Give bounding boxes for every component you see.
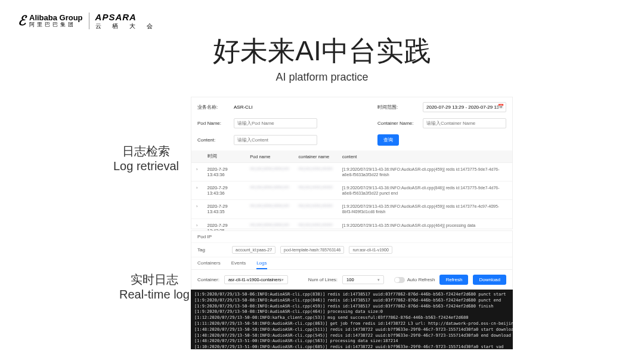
cell-content: [1:9:2020/07/29/13-43-36:INFO:AudioASR-c… <box>338 163 512 182</box>
search-button[interactable]: 查询 <box>377 134 399 146</box>
slide-title-block: 好未来AI中台实践 AI platform practice <box>0 33 644 84</box>
expand-row-icon[interactable]: › <box>191 163 203 182</box>
cell-content: [1:9:2020/07/29/13-43-36:INFO:AudioASR-c… <box>338 182 512 200</box>
time-range-label: 时间范围: <box>377 104 419 110</box>
cell-pod: ***-***-*****-*****-*** <box>245 182 293 200</box>
apsara-en: APSARA <box>95 12 157 23</box>
realtime-log-console[interactable]: [1:9:2020/07/29/13-50-06:INFO:AudioASR-c… <box>191 290 513 349</box>
console-line: [1:9:2020/07/29/13-50-06:INFO:AudioASR-c… <box>194 292 509 298</box>
expand-row-icon[interactable]: › <box>191 182 203 200</box>
chevron-down-icon: ▾ <box>281 278 284 282</box>
cell-container: ***-***-*****-****** <box>294 182 338 200</box>
logo-block: ℰ Alibaba Group 阿里巴巴集团 APSARA 云 栖 大 会 <box>18 12 157 30</box>
log-results-table: 时间 Pod name container name content ›2020… <box>191 150 512 238</box>
download-button[interactable]: Download <box>473 275 506 285</box>
autorefresh-toggle[interactable]: Auto Refresh <box>394 277 435 283</box>
col-pod: Pod name <box>245 150 293 163</box>
cell-pod: ***-***-*****-*****-*** <box>245 163 293 182</box>
pod-name-input[interactable] <box>234 118 317 128</box>
col-time: 时间 <box>203 150 246 163</box>
toggle-switch-icon <box>394 277 405 283</box>
pod-name-label: Pod Name: <box>197 121 230 126</box>
console-line: [1:11:2020/07/29/13-50-58:INFO:AudioASR-… <box>194 321 509 327</box>
log-retrieval-panel: 业务名称: ASR-CLI 时间范围: 📅 Pod Name: Containe… <box>191 97 513 229</box>
time-range-input[interactable] <box>423 102 506 112</box>
col-content: content <box>338 150 512 163</box>
cell-container: ***-***-*****-****** <box>294 200 338 219</box>
podip-label: Pod IP <box>197 234 227 239</box>
tag-pill: pod-template-hash:785763146 <box>280 246 344 254</box>
detail-tabs: Containers Events Logs <box>191 257 512 270</box>
slide-title: 好未来AI中台实践 <box>0 33 644 70</box>
alibaba-en: Alibaba Group <box>29 14 83 22</box>
calendar-icon[interactable]: 📅 <box>498 104 504 109</box>
cell-container: ***-***-*****-****** <box>294 163 338 182</box>
refresh-button[interactable]: Refresh <box>439 275 468 285</box>
chevron-down-icon: ▾ <box>377 278 380 282</box>
content-input[interactable] <box>234 135 317 145</box>
console-line: [1:9:2020/07/29/13-50-08:INFO:AudioASR-c… <box>194 298 509 304</box>
container-name-input[interactable] <box>423 118 506 128</box>
container-select-label: Container: <box>197 277 219 282</box>
table-row[interactable]: ›2020-7-29 13:43:35***-***-*****-*****-*… <box>191 200 512 219</box>
tag-pill: run:asr-cli-t1-v1900 <box>349 246 392 254</box>
slide-subtitle: AI platform practice <box>0 71 644 84</box>
console-line: [1:12:2020/07/29/13-50-08:INFO:kafka_cli… <box>194 315 509 321</box>
section-label-realtime: 实时日志 Real-time log <box>119 272 190 302</box>
console-line: [1:48:2020/07/29/13-51-00:INFO:AudioASR-… <box>194 339 509 344</box>
console-line: [1:48:2020/07/29/13-50-58:INFO:AudioASR-… <box>194 333 509 339</box>
apsara-logo: APSARA 云 栖 大 会 <box>95 12 157 30</box>
tag-label: Tag <box>197 247 227 253</box>
tag-pill: account_id:paas-27 <box>232 246 275 254</box>
table-row[interactable]: ›2020-7-29 13:43:36***-***-*****-*****-*… <box>191 182 512 200</box>
biz-name-value: ASR-CLI <box>234 104 317 110</box>
cell-pod: ***-***-*****-*****-*** <box>245 200 293 219</box>
alibaba-swoosh-icon: ℰ <box>18 13 26 29</box>
cell-time: 2020-7-29 13:43:36 <box>203 163 246 182</box>
content-label: Content: <box>197 137 230 143</box>
col-container: container name <box>294 150 338 163</box>
container-name-label: Container Name: <box>377 121 419 126</box>
container-select[interactable]: asr-cli-t1-v1900-containers ▾ <box>224 275 288 284</box>
alibaba-logo: ℰ Alibaba Group 阿里巴巴集团 <box>18 13 83 29</box>
console-line: [1:10:2020/07/29/13-51-00:INFO:AudioASR-… <box>194 344 509 349</box>
console-line: [1:9:2020/07/29/13-50-08:INFO:AudioASR-c… <box>194 309 509 315</box>
expand-row-icon[interactable]: › <box>191 200 203 219</box>
numlines-label: Num of Lines: <box>308 277 338 282</box>
table-row[interactable]: ›2020-7-29 13:43:36***-***-*****-*****-*… <box>191 163 512 182</box>
alibaba-zh: 阿里巴巴集团 <box>29 22 83 28</box>
tab-containers[interactable]: Containers <box>197 260 221 269</box>
section-label-retrieval: 日志检索 Log retrieval <box>113 143 179 173</box>
console-line: [1:9:2020/07/29/13-50-08:INFO:AudioASR-c… <box>194 304 509 310</box>
cell-time: 2020-7-29 13:43:36 <box>203 182 246 200</box>
tab-events[interactable]: Events <box>231 260 246 269</box>
cell-time: 2020-7-29 13:43:35 <box>203 200 246 219</box>
console-line: [1:48:2020/07/29/13-50-58:INFO:AudioASR-… <box>194 327 509 333</box>
logo-separator <box>89 13 89 29</box>
cell-content: [1:9:2020/07/29/13-43-35:INFO:AudioASR-c… <box>338 200 512 219</box>
tab-logs[interactable]: Logs <box>256 260 267 269</box>
numlines-select[interactable]: 100 ▾ <box>342 275 384 284</box>
pod-detail-panel: Pod IP Tag account_id:paas-27 pod-templa… <box>191 230 513 290</box>
biz-name-label: 业务名称: <box>197 104 230 110</box>
apsara-cn: 云 栖 大 会 <box>95 23 157 30</box>
